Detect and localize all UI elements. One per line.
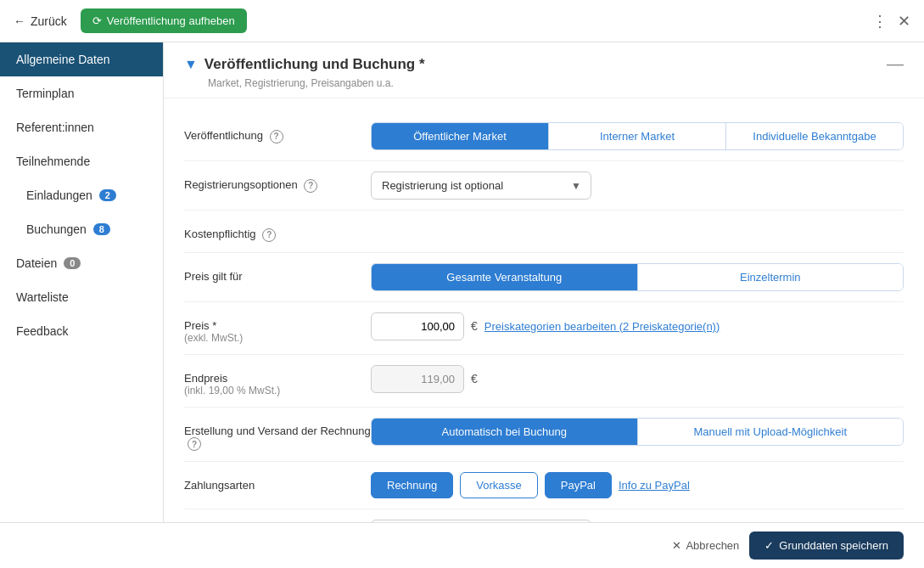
section-title: ▼ Veröffentlichung und Buchung * [184, 56, 425, 73]
endpreis-label: Endpreis (inkl. 19,00 % MwSt.) [184, 365, 371, 396]
sidebar-item-terminplan[interactable]: Terminplan [0, 76, 163, 110]
sidebar-item-label: Einladungen [26, 188, 92, 202]
preis-gilt-fuer-label: Preis gilt für [184, 263, 371, 283]
sidebar-item-label: Warteliste [16, 290, 69, 304]
section-minimize-icon[interactable]: — [887, 54, 904, 74]
endpreis-control: € [371, 365, 904, 393]
sidebar-badge-dateien: 0 [64, 257, 81, 269]
rechnung-control: Automatisch bei Buchung Manuell mit Uplo… [371, 418, 904, 446]
preis-gesamt-btn[interactable]: Gesamte Veranstaltung [372, 264, 638, 290]
top-bar-right: ⋮ ✕ [872, 14, 910, 29]
preis-input-group: € Preiskategorien bearbeiten (2 Preiskat… [371, 312, 904, 340]
preis-label: Preis * (exkl. MwSt.) [184, 312, 371, 344]
veroeffentlichung-oeffentlich-btn[interactable]: Öffentlicher Market [372, 123, 549, 149]
sidebar-badge-einladungen: 2 [99, 189, 116, 201]
rechnung-manuell-btn[interactable]: Manuell mit Upload-Möglichkeit [638, 419, 904, 445]
sidebar-item-referentinnen[interactable]: Referent:innen [0, 110, 163, 144]
sidebar-item-einladungen[interactable]: Einladungen2 [0, 178, 163, 212]
zahlung-paypal-btn[interactable]: PayPal [545, 472, 612, 498]
save-button[interactable]: ✓ Grunddaten speichern [749, 531, 904, 560]
preis-gilt-fuer-control: Gesamte Veranstaltung Einzeltermin [371, 263, 904, 291]
zahlungsziel-select[interactable]: 14 Tage 7 Tage 30 Tage [371, 520, 591, 522]
rechnung-label: Erstellung und Versand der Rechnung ? [184, 418, 371, 452]
main-layout: Allgemeine DatenTerminplanReferent:innen… [0, 42, 924, 522]
top-bar-left: ← Zurück ⟳ Veröffentlichung aufheben [14, 8, 247, 33]
kostenpflichtig-control [371, 221, 904, 234]
preis-kategorien-link[interactable]: Preiskategorien bearbeiten (2 Preiskateg… [484, 320, 720, 333]
veroeffentlichung-intern-btn[interactable]: Interner Market [549, 123, 726, 149]
zahlungsarten-label: Zahlungsarten [184, 472, 371, 492]
registrierung-label: Registrierungsoptionen ? [184, 172, 371, 193]
rechnung-help-icon[interactable]: ? [188, 437, 201, 451]
rechnung-automatisch-btn[interactable]: Automatisch bei Buchung [372, 419, 638, 445]
veroeffentlichung-help-icon[interactable]: ? [270, 130, 283, 143]
zahlung-rechnung-btn[interactable]: Rechnung [371, 472, 453, 498]
sidebar-item-warteliste[interactable]: Warteliste [0, 280, 163, 314]
zahlungsarten-buttons: Rechnung Vorkasse PayPal Info zu PayPal [371, 472, 904, 498]
registrierung-select[interactable]: Registrierung ist optional [371, 172, 591, 200]
back-label: Zurück [31, 14, 67, 28]
sidebar-item-label: Referent:innen [16, 121, 94, 134]
endpreis-sublabel: (inkl. 19,00 % MwSt.) [184, 385, 371, 396]
sidebar-item-feedback[interactable]: Feedback [0, 314, 163, 348]
sidebar-item-label: Dateien [16, 256, 57, 270]
footer-bar: ✕ Abbrechen ✓ Grunddaten speichern [0, 522, 924, 568]
endpreis-input-group: € [371, 365, 904, 393]
top-bar: ← Zurück ⟳ Veröffentlichung aufheben ⋮ ✕ [0, 0, 924, 42]
preis-gilt-fuer-row: Preis gilt für Gesamte Veranstaltung Ein… [184, 253, 904, 302]
zahlungsarten-control: Rechnung Vorkasse PayPal Info zu PayPal [371, 472, 904, 498]
back-button[interactable]: ← Zurück [14, 14, 67, 28]
veroeffentlichung-label: Veröffentlichung ? [184, 122, 371, 143]
zahlungsarten-row: Zahlungsarten Rechnung Vorkasse PayPal I… [184, 462, 904, 509]
kostenpflichtig-help-icon[interactable]: ? [262, 228, 276, 242]
sidebar-item-label: Buchungen [26, 222, 87, 236]
paypal-info-link[interactable]: Info zu PayPal [619, 479, 690, 492]
section-title-text: Veröffentlichung und Buchung * [204, 56, 425, 73]
endpreis-currency: € [471, 372, 478, 385]
section-header-row: ▼ Veröffentlichung und Buchung * — [164, 42, 924, 74]
cancel-label: Abbrechen [686, 539, 739, 552]
close-button[interactable]: ✕ [898, 14, 910, 29]
content-area: ▼ Veröffentlichung und Buchung * — Marke… [164, 42, 924, 522]
back-arrow-icon: ← [14, 14, 25, 28]
endpreis-input[interactable] [371, 365, 464, 393]
save-label: Grunddaten speichern [779, 539, 888, 552]
sidebar-item-allgemeine-daten[interactable]: Allgemeine Daten [0, 42, 163, 76]
sidebar-item-label: Teilnehmende [16, 155, 90, 168]
veroeffentlichung-row: Veröffentlichung ? Öffentlicher Market I… [184, 112, 904, 161]
zahlungsziel-row: Zahlungsziel bei Zahlung per Rechnung 14… [184, 509, 904, 522]
registrierung-row: Registrierungsoptionen ? Registrierung i… [184, 161, 904, 211]
zahlung-vorkasse-btn[interactable]: Vorkasse [460, 472, 537, 498]
cancel-button[interactable]: ✕ Abbrechen [672, 539, 739, 552]
publish-icon: ⟳ [92, 14, 102, 27]
sidebar-item-dateien[interactable]: Dateien0 [0, 246, 163, 280]
preis-row: Preis * (exkl. MwSt.) € Preiskategorien … [184, 302, 904, 355]
registrierung-control: Registrierung ist optional ▼ [371, 172, 904, 200]
section-card: ▼ Veröffentlichung und Buchung * — Marke… [164, 42, 924, 522]
veroeffentlichung-btn-group: Öffentlicher Market Interner Market Indi… [371, 122, 904, 150]
kostenpflichtig-row: Kostenpflichtig ? [184, 211, 904, 253]
preis-einzeltermin-btn[interactable]: Einzeltermin [638, 264, 904, 290]
preis-gilt-fuer-btn-group: Gesamte Veranstaltung Einzeltermin [371, 263, 904, 291]
sidebar-item-label: Allgemeine Daten [16, 53, 110, 66]
preis-currency: € [471, 319, 478, 333]
rechnung-row: Erstellung und Versand der Rechnung ? Au… [184, 408, 904, 463]
publish-button[interactable]: ⟳ Veröffentlichung aufheben [81, 8, 247, 33]
sidebar-item-label: Terminplan [16, 87, 74, 100]
sidebar: Allgemeine DatenTerminplanReferent:innen… [0, 42, 164, 522]
veroeffentlichung-individuell-btn[interactable]: Individuelle Bekanntgabe [726, 123, 903, 149]
zahlungsziel-select-wrapper: 14 Tage 7 Tage 30 Tage ▼ [371, 520, 591, 522]
preis-input[interactable] [371, 312, 464, 340]
registrierung-help-icon[interactable]: ? [304, 179, 317, 193]
preis-control: € Preiskategorien bearbeiten (2 Preiskat… [371, 312, 904, 340]
more-button[interactable]: ⋮ [872, 14, 888, 29]
section-collapse-icon[interactable]: ▼ [184, 57, 198, 72]
registrierung-select-wrapper: Registrierung ist optional ▼ [371, 172, 591, 200]
kostenpflichtig-label: Kostenpflichtig ? [184, 221, 371, 242]
sidebar-item-teilnehmende[interactable]: Teilnehmende [0, 144, 163, 178]
section-subtitle: Market, Registrierung, Preisangaben u.a. [188, 74, 924, 89]
sidebar-item-label: Feedback [16, 324, 68, 338]
save-check-icon: ✓ [764, 539, 774, 552]
veroeffentlichung-control: Öffentlicher Market Interner Market Indi… [371, 122, 904, 150]
sidebar-item-buchungen[interactable]: Buchungen8 [0, 212, 163, 246]
